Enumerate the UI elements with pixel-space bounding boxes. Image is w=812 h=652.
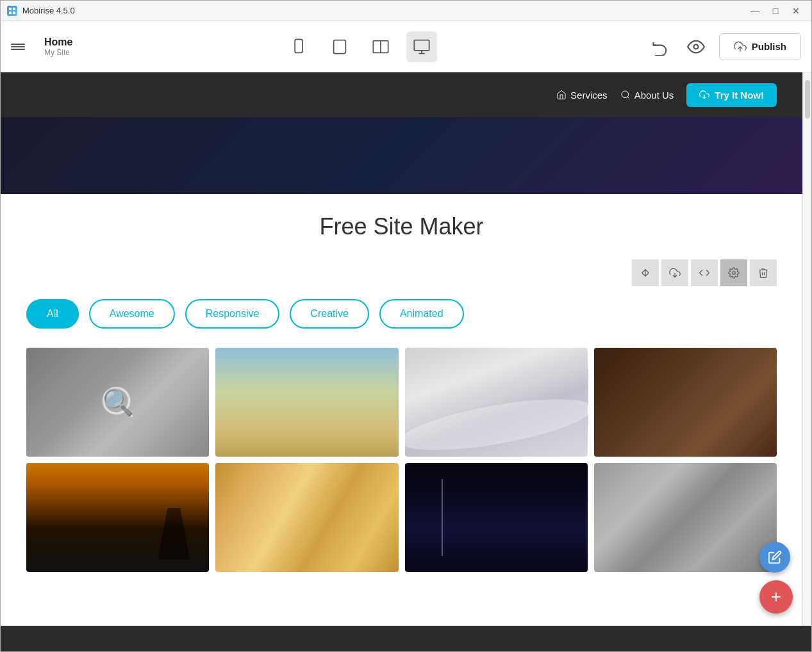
undo-icon bbox=[651, 38, 669, 56]
fab-edit-button[interactable] bbox=[759, 542, 790, 573]
template-item-2[interactable] bbox=[215, 348, 398, 457]
site-selector[interactable]: Home My Site bbox=[44, 36, 72, 57]
block-toolbar bbox=[26, 259, 777, 286]
svg-rect-6 bbox=[333, 40, 345, 53]
app-icon bbox=[7, 6, 17, 16]
settings-button[interactable] bbox=[720, 259, 747, 286]
template-item-4[interactable] bbox=[594, 348, 777, 457]
preview-button[interactable] bbox=[683, 34, 709, 60]
svg-line-22 bbox=[125, 410, 132, 417]
template-item-7[interactable] bbox=[405, 463, 588, 572]
nav-services[interactable]: Services bbox=[556, 90, 608, 101]
svg-line-16 bbox=[627, 97, 629, 99]
svg-point-15 bbox=[622, 91, 629, 98]
services-nav-label: Services bbox=[570, 90, 608, 101]
reorder-icon bbox=[640, 267, 651, 279]
fab-area: + bbox=[759, 542, 793, 614]
filter-all[interactable]: All bbox=[26, 299, 79, 329]
titlebar-left: Mobirise 4.5.0 bbox=[7, 6, 75, 16]
hamburger-icon bbox=[11, 49, 25, 50]
about-nav-label: About Us bbox=[634, 90, 674, 101]
fab-add-button[interactable]: + bbox=[759, 580, 793, 614]
pencil-icon bbox=[768, 550, 782, 564]
image-grid bbox=[26, 348, 777, 572]
scrollbar[interactable] bbox=[802, 72, 811, 626]
svg-rect-1 bbox=[13, 8, 15, 10]
minimize-button[interactable]: — bbox=[746, 4, 764, 18]
toolbar-actions: Publish bbox=[647, 33, 801, 60]
try-now-label: Try It Now! bbox=[715, 90, 764, 101]
taskbar bbox=[1, 626, 811, 651]
download-icon bbox=[699, 90, 709, 100]
svg-rect-2 bbox=[9, 12, 12, 14]
maximize-button[interactable]: □ bbox=[766, 4, 784, 18]
template-item-1[interactable] bbox=[26, 348, 209, 457]
site-home-label: Home bbox=[44, 36, 72, 48]
search-nav-icon bbox=[620, 90, 631, 100]
reorder-button[interactable] bbox=[632, 259, 659, 286]
app-window: Mobirise 4.5.0 — □ ✕ Home My Site bbox=[0, 0, 812, 652]
mobile-view-button[interactable] bbox=[283, 31, 314, 62]
search-template-icon bbox=[99, 383, 137, 421]
svg-rect-0 bbox=[9, 8, 12, 10]
eye-icon bbox=[687, 38, 705, 56]
trash-icon bbox=[758, 267, 769, 279]
filter-awesome[interactable]: Awesome bbox=[89, 299, 175, 329]
desktop-view-button[interactable] bbox=[406, 31, 437, 62]
tablet-icon bbox=[331, 38, 349, 56]
template-item-6[interactable] bbox=[215, 463, 398, 572]
site-name-label: My Site bbox=[44, 48, 72, 57]
undo-button[interactable] bbox=[647, 34, 673, 60]
nav-about[interactable]: About Us bbox=[620, 90, 674, 101]
filter-animated[interactable]: Animated bbox=[379, 299, 464, 329]
split-view-button[interactable] bbox=[365, 31, 396, 62]
site-navbar: Services About Us Try It Now! bbox=[1, 72, 802, 117]
page-title: Free Site Maker bbox=[26, 213, 777, 240]
code-icon bbox=[699, 267, 710, 279]
svg-rect-10 bbox=[414, 40, 429, 50]
download-block-button[interactable] bbox=[661, 259, 688, 286]
main-content: Free Site Maker bbox=[1, 194, 802, 598]
plus-icon: + bbox=[771, 587, 781, 607]
try-now-button[interactable]: Try It Now! bbox=[686, 83, 777, 107]
hamburger-icon bbox=[11, 44, 25, 45]
desktop-icon bbox=[413, 38, 431, 56]
content-area: Services About Us Try It Now! bbox=[1, 72, 811, 626]
publish-button[interactable]: Publish bbox=[719, 33, 801, 60]
hamburger-icon bbox=[11, 46, 25, 47]
svg-point-13 bbox=[693, 44, 698, 49]
titlebar: Mobirise 4.5.0 — □ ✕ bbox=[1, 1, 811, 21]
publish-label: Publish bbox=[752, 41, 786, 52]
window-controls: — □ ✕ bbox=[746, 4, 805, 18]
hamburger-menu[interactable] bbox=[11, 44, 25, 50]
tablet-view-button[interactable] bbox=[324, 31, 355, 62]
hero-area bbox=[1, 117, 802, 194]
scrollbar-thumb[interactable] bbox=[805, 80, 810, 118]
template-item-8[interactable] bbox=[594, 463, 777, 572]
canvas: Services About Us Try It Now! bbox=[1, 72, 802, 626]
svg-rect-4 bbox=[295, 39, 302, 53]
template-item-5[interactable] bbox=[26, 463, 209, 572]
svg-point-21 bbox=[103, 388, 129, 414]
filter-row: All Awesome Responsive Creative Animated bbox=[26, 299, 777, 329]
close-button[interactable]: ✕ bbox=[787, 4, 805, 18]
gear-icon bbox=[728, 267, 740, 279]
download-block-icon bbox=[669, 267, 681, 279]
app-title: Mobirise 4.5.0 bbox=[22, 6, 75, 15]
template-item-3[interactable] bbox=[405, 348, 588, 457]
filter-responsive[interactable]: Responsive bbox=[185, 299, 280, 329]
mobile-icon bbox=[290, 38, 308, 56]
filter-creative[interactable]: Creative bbox=[290, 299, 369, 329]
split-icon bbox=[372, 38, 390, 56]
home-nav-icon bbox=[556, 90, 567, 100]
svg-rect-3 bbox=[13, 12, 15, 14]
publish-icon bbox=[734, 40, 747, 53]
svg-point-20 bbox=[733, 272, 736, 275]
device-switcher bbox=[72, 31, 647, 62]
code-button[interactable] bbox=[691, 259, 718, 286]
delete-button[interactable] bbox=[750, 259, 777, 286]
app-toolbar: Home My Site bbox=[1, 21, 811, 72]
